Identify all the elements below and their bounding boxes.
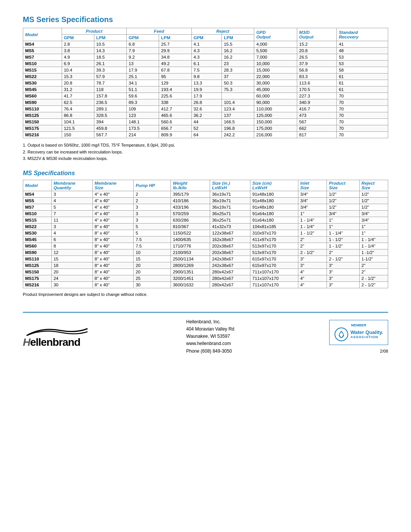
table-row: MS90128" x 40"102100/953202x38x67513x97x…: [23, 249, 388, 256]
col-reject-gpm: GPM: [191, 35, 222, 41]
specs-table-1: Model Product Feed Reject GPDOutput M3/D…: [23, 28, 388, 138]
col2-weight: Weightlb./kilo: [171, 180, 210, 191]
col2-pump-hp: Pump HP: [134, 180, 171, 191]
col-recovery: StandardRecovery: [337, 28, 388, 41]
footer-address: Hellenbrand, Inc. 404 Moravian Valley Rd…: [186, 318, 234, 355]
table-row: MS1074" x 40"3570/25936x25x7191x64x1801"…: [23, 210, 388, 217]
table-row: MS216150567.7214809.964242.2216,00081770: [23, 132, 388, 138]
col2-membrane-size: MembraneSize: [92, 180, 134, 191]
table-row: MS175248" x 40"253200/1451280x42x67711x1…: [23, 275, 388, 281]
col2-inlet: InletSize: [298, 180, 327, 191]
col-feed-lpm: LPM: [159, 35, 191, 41]
col2-reject: RejectSize: [359, 180, 388, 191]
water-quality-badge: MEMBER Water Quality. ASSOCIATION: [329, 320, 388, 345]
col-m3d: M3/DOutput: [297, 28, 337, 41]
specs-table-2: Model MembraneQuantity MembraneSize Pump…: [23, 180, 388, 288]
table-row: MS2238" x 40"5810/36741x32x73104x81x1851…: [23, 223, 388, 230]
note-item: 1. Output is based on 50/60hz, 1000 mg/l…: [23, 142, 388, 149]
col-product: Product: [62, 28, 126, 35]
note-item: 2. Recovery can be increased with recirc…: [23, 149, 388, 156]
note-item: 3. MS22V & MS30 include recirculation lo…: [23, 155, 388, 162]
col2-membrane-qty: MembraneQuantity: [51, 180, 92, 191]
table-row: MS125188" x 40"202800/1269242x38x67615x9…: [23, 262, 388, 268]
table-row: MS106.926.11349.26.12310,00037.953: [23, 61, 388, 67]
table-row: MS544" x 40"2410/18636x19x7191x48x1803/4…: [23, 197, 388, 204]
table-row: MS11076.4289.1109412.732.6123.4110,00041…: [23, 106, 388, 112]
col2-model: Model: [23, 180, 52, 191]
table-row: MS110158" x 40"152500/1134242x38x67615x9…: [23, 256, 388, 262]
hellenbrand-logo: Hellenbrand: [23, 325, 91, 348]
footer-right: MEMBER Water Quality. ASSOCIATION 2/08: [329, 320, 388, 353]
table-row: MS4568" x 40"7.51400/635162x38x67411x97x…: [23, 236, 388, 243]
col2-size-cm: Size (cm)LxWxH: [250, 180, 298, 191]
col-feed: Feed: [127, 28, 191, 35]
table-row: MS150104.1394148.1560.644166.5150,000567…: [23, 119, 388, 125]
table-row: MS42.810.56.825.74.115.54,00015.241: [23, 41, 388, 48]
table-row: MS1510.439.317.967.87.528.315,00056.858: [23, 67, 388, 73]
col-product-gpm: GPM: [62, 35, 94, 41]
logo-text: Hellenbrand: [23, 336, 80, 348]
table-row: MS6041.7157.859.6225.617.960,000227.370: [23, 93, 388, 99]
table-row: MS15114" x 40"3630/28636x25x7191x64x1801…: [23, 217, 388, 223]
col-product-lpm: LPM: [94, 35, 126, 41]
section2-title: MS Specifications: [23, 170, 388, 177]
disclaimer: Product Improvement designs are subject …: [23, 292, 388, 297]
footer: Hellenbrand Hellenbrand, Inc. 404 Moravi…: [23, 312, 388, 355]
table-row: MS9062.5236.589.333826.8101.490,000340.9…: [23, 99, 388, 106]
water-quality-icon: [334, 327, 349, 342]
table-row: MS2215.357.925.1959.83722,00083.361: [23, 73, 388, 80]
col-reject: Reject: [191, 28, 254, 35]
col-reject-lpm: LPM: [222, 35, 254, 41]
col-gpd: GPDOutput: [254, 28, 297, 41]
table-row: MS216308" x 40"303600/1632280x42x67711x1…: [23, 281, 388, 288]
page-number: 2/08: [380, 349, 388, 353]
table-row: MS53.814.37.929.94.316.25,50020.848: [23, 48, 388, 54]
table-row: MS150208" x 40"202900/1351280x42x67711x1…: [23, 268, 388, 275]
col2-product: ProductSize: [327, 180, 360, 191]
table-row: MS6088" x 40"7.51710/776202x38x67513x97x…: [23, 243, 388, 249]
col2-size-in: Size (in.)LxWxH: [210, 180, 250, 191]
table-row: MS74.918.59.234.84.316.27,00026.553: [23, 54, 388, 61]
table-row: MS4531.211851.1193.419.975.345,000170.56…: [23, 86, 388, 93]
table-row: MS3020.878.734.112913.350.330,000113.661: [23, 80, 388, 86]
page-title: MS Series Specifications: [23, 15, 388, 24]
table1-notes: 1. Output is based on 50/60hz, 1000 mg/l…: [23, 142, 388, 162]
table-row: MS3048" x 40"51150/522122x38x67310x97x17…: [23, 230, 388, 236]
table-row: MS12586.8328.5123465.636.2137125,0004737…: [23, 112, 388, 119]
table-row: MS754" x 40"3433/19636x19x7191x48x1803/4…: [23, 204, 388, 210]
table-row: MS434" x 40"2395/17936x19x7191x48x1803/4…: [23, 191, 388, 197]
table-row: MS175121.5459.8173.5656.752196.8175,0006…: [23, 125, 388, 132]
col-feed-gpm: GPM: [127, 35, 159, 41]
col-model: Model: [23, 28, 62, 41]
